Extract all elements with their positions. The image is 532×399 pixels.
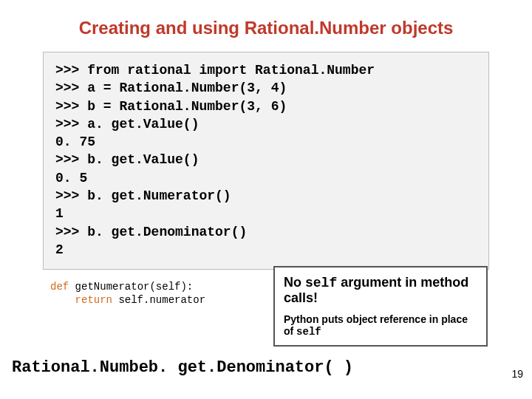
callout-1-code: self: [305, 276, 337, 290]
code-example: >>> from rational import Rational.Number…: [43, 52, 489, 270]
bottom-expression: Rational.Numbeb. get.Denominator( ): [12, 358, 353, 377]
callout-line-1: No self argument in method calls!: [284, 275, 477, 306]
callout-line-2: Python puts object reference in place of…: [284, 313, 477, 338]
def-name: getNumerator(self):: [69, 281, 193, 293]
slide-title: Creating and using Rational.Number objec…: [37, 18, 495, 38]
page-number: 19: [511, 368, 523, 380]
slide: Creating and using Rational.Number objec…: [0, 0, 532, 399]
def-keyword-2: return: [50, 294, 112, 306]
callout-box: No self argument in method calls! Python…: [273, 266, 488, 347]
def-return: self.numerator: [112, 294, 205, 306]
callout-1-pre: No: [284, 275, 305, 290]
callout-2-code: self: [296, 326, 321, 338]
def-keyword-1: def: [50, 281, 69, 293]
